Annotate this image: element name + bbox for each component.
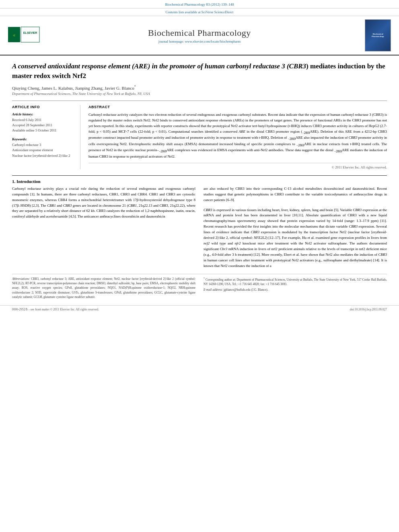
footnote-area: Abbreviations: CBR3, carbonyl reductase … bbox=[12, 274, 387, 299]
abbreviations: Abbreviations: CBR3, carbonyl reductase … bbox=[12, 277, 195, 299]
author-names: Qiuying Cheng, James L. Kalabus, Jianpin… bbox=[12, 85, 134, 90]
journal-homepage: journal homepage: www.elsevier.com/locat… bbox=[44, 39, 355, 43]
available-date: Available online 5 October 2011 bbox=[12, 128, 74, 133]
intro-text-col1: Carbonyl reductase activity plays a cruc… bbox=[12, 186, 195, 220]
corresponding-note: * Corresponding author at: Department of… bbox=[204, 277, 387, 286]
journal-title: Biochemical Pharmacology bbox=[44, 28, 355, 38]
contents-text: Contents lists available at bbox=[166, 10, 202, 14]
accepted-date: Accepted 28 September 2011 bbox=[12, 123, 74, 128]
doi-text: doi:10.1016/j.bcp.2011.09.027 bbox=[350, 308, 387, 311]
footnote-col1: Abbreviations: CBR3, carbonyl reductase … bbox=[12, 277, 195, 299]
corresponding-sup: * bbox=[134, 85, 136, 88]
abstract-heading: Abstract bbox=[88, 105, 387, 109]
svg-text:🌿: 🌿 bbox=[13, 34, 16, 37]
affiliation: Department of Pharmaceutical Sciences, T… bbox=[12, 92, 387, 96]
keywords-section: Keywords: Carbonyl reductase 3 Antioxida… bbox=[12, 137, 74, 159]
keywords-label: Keywords: bbox=[12, 137, 74, 141]
article-title: A conserved antioxidant response element… bbox=[12, 62, 387, 81]
keyword-2: Antioxidant response element bbox=[12, 148, 74, 153]
abstract-col: Abstract Carbonyl reductase activity cat… bbox=[88, 105, 387, 169]
received-date: Received 6 July 2011 bbox=[12, 117, 74, 123]
intro-title: 1. Introduction bbox=[12, 179, 387, 184]
journal-cover-image: BiochemicalPharmacology bbox=[365, 19, 391, 51]
article-info-col: Article Info Article history: Received 6… bbox=[12, 105, 80, 169]
article-info-abstract: Article Info Article history: Received 6… bbox=[12, 101, 387, 169]
email-note: E-mail address: jgblanco@buffalo.edu (J.… bbox=[204, 288, 387, 292]
elsevier-logo-area: 🌿 ELSEVIER bbox=[8, 25, 44, 46]
svg-text:ELSEVIER: ELSEVIER bbox=[23, 31, 37, 34]
abstract-text: Carbonyl reductase activity catalyzes th… bbox=[88, 112, 387, 159]
homepage-url[interactable]: www.elsevier.com/locate/biochempharm bbox=[185, 39, 241, 43]
elsevier-logo: 🌿 ELSEVIER bbox=[8, 25, 40, 45]
journal-title-area: Biochemical Pharmacology journal homepag… bbox=[44, 28, 355, 43]
intro-col2: are also reduced by CBR3 into their corr… bbox=[204, 186, 387, 269]
title-italic-cbr3: CBR3 bbox=[289, 62, 306, 70]
introduction-section: 1. Introduction Carbonyl reductase activ… bbox=[12, 179, 387, 269]
title-part2: ) in the promoter of human carbonyl redu… bbox=[148, 62, 289, 70]
citation-text: Biochemical Pharmacology 83 (2012) 139–1… bbox=[165, 2, 234, 6]
journal-header: 🌿 ELSEVIER Biochemical Pharmacology jour… bbox=[0, 16, 399, 55]
contents-bar: Contents lists available at SciVerse Sci… bbox=[0, 8, 399, 16]
intro-text-col2: are also reduced by CBR3 into their corr… bbox=[204, 186, 387, 203]
intro-text-col2b: CBR3 is expressed in various tissues inc… bbox=[204, 207, 387, 269]
issn-text: 0006-2952/$ – see front matter © 2011 El… bbox=[12, 308, 99, 311]
intro-number: 1. bbox=[12, 179, 15, 184]
svg-rect-1 bbox=[21, 27, 39, 42]
footnote-cols: Abbreviations: CBR3, carbonyl reductase … bbox=[12, 277, 387, 299]
history-section: Article history: Received 6 July 2011 Ac… bbox=[12, 112, 74, 133]
keyword-3: Nuclear factor [erythroid-derived 2]-lik… bbox=[12, 153, 74, 159]
intro-body: Carbonyl reductase activity plays a cruc… bbox=[12, 186, 387, 269]
main-content: A conserved antioxidant response element… bbox=[0, 55, 399, 303]
title-part1: A conserved antioxidant response element… bbox=[12, 62, 134, 70]
authors: Qiuying Cheng, James L. Kalabus, Jianpin… bbox=[12, 85, 387, 90]
journal-cover-area: BiochemicalPharmacology bbox=[355, 19, 391, 51]
homepage-label: journal homepage: bbox=[158, 39, 185, 43]
bottom-bar: 0006-2952/$ – see front matter © 2011 El… bbox=[0, 305, 399, 313]
history-label: Article history: bbox=[12, 112, 74, 116]
journal-citation: Biochemical Pharmacology 83 (2012) 139–1… bbox=[0, 0, 399, 8]
title-italic-are: ARE bbox=[134, 62, 148, 70]
sciverse-link[interactable]: SciVerse ScienceDirect bbox=[202, 10, 234, 14]
keywords-list: Carbonyl reductase 3 Antioxidant respons… bbox=[12, 142, 74, 159]
copyright: © 2011 Elsevier Inc. All rights reserved… bbox=[88, 163, 387, 169]
keyword-1: Carbonyl reductase 3 bbox=[12, 142, 74, 148]
section-divider bbox=[12, 175, 387, 176]
cover-title: BiochemicalPharmacology bbox=[372, 33, 384, 38]
intro-title-text: Introduction bbox=[16, 179, 41, 184]
article-info-heading: Article Info bbox=[12, 105, 74, 109]
footnote-col2: * Corresponding author at: Department of… bbox=[204, 277, 387, 299]
intro-col1: Carbonyl reductase activity plays a cruc… bbox=[12, 186, 195, 269]
